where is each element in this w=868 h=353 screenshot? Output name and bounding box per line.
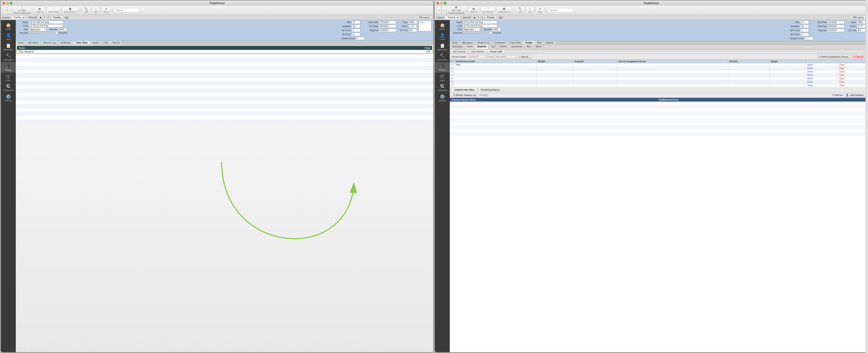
ag-select-4[interactable]: Select [806, 77, 838, 80]
ag-clear-0[interactable]: Clear [838, 63, 867, 67]
sidebar-item-settings[interactable]: ⚙️ Settings [1, 93, 16, 103]
right-sub-tab-cost[interactable]: Cost [489, 45, 498, 49]
right-sidebar-item-apprentices[interactable]: 🔨 Apprentices [435, 52, 450, 62]
sidebar-item-sales[interactable]: 🛒 Sales [1, 72, 16, 83]
sidebar-item-applications[interactable]: 📋 Applications [1, 42, 16, 52]
left-close-btn[interactable] [3, 2, 5, 4]
left-find-btn[interactable]: 🔍 Find [82, 7, 90, 14]
right-tab-class-tests[interactable]: Class Tests [508, 41, 523, 44]
right-edit-layout-btn[interactable]: Edit Layout [851, 16, 865, 19]
right-sub-tab-dates[interactable]: Dates [465, 45, 475, 49]
left-tab-absence-log[interactable]: Absence Log [41, 41, 58, 44]
ag-select-3[interactable]: Select [806, 73, 838, 77]
right-sub-tab-admin[interactable]: Admin [533, 45, 544, 49]
right-view-table-btn[interactable]: ⊞ [480, 16, 484, 19]
linked-to-class-tab[interactable]: Linked to this Class [452, 88, 477, 92]
right-back-btn[interactable]: ‹ [437, 7, 441, 14]
right-tab-absence-log[interactable]: Absence Log [475, 41, 492, 44]
left-tab-chat[interactable]: Chat [101, 41, 111, 44]
right-search-input[interactable] [548, 8, 574, 12]
right-sort-btn[interactable]: ↕ Sort [526, 7, 534, 14]
right-forward-btn[interactable]: › [442, 7, 446, 14]
left-view-list-btn[interactable]: ☰ [43, 16, 46, 19]
sidebar-item-apprentices[interactable]: 🔨 Apprentices [1, 52, 16, 62]
canvas-class-name-input[interactable] [486, 55, 516, 58]
right-tab-grades[interactable]: Grades [523, 41, 535, 44]
left-delete-record-btn[interactable]: 🗑 Delete Record [62, 7, 78, 14]
right-sidebar-item-contractors[interactable]: 🏗 Contractors [435, 83, 450, 93]
left-show-all-btn[interactable]: ⊞ Show All [34, 7, 45, 14]
left-tab-setup[interactable]: Setup [16, 41, 26, 44]
left-new-record-btn[interactable]: 📄 New Record [46, 7, 61, 14]
left-share-btn[interactable]: ↗ Share [101, 7, 111, 14]
right-view-list-btn[interactable]: ☰ [477, 16, 480, 19]
right-tab-certification[interactable]: Certification [492, 41, 508, 44]
right-view-form-btn[interactable]: ▣ [473, 16, 476, 19]
ag-select-1[interactable]: Select [806, 67, 838, 70]
ag-select-6[interactable]: Select [806, 84, 838, 87]
right-sub-tab-description[interactable]: Description [450, 45, 465, 49]
left-forward-btn[interactable]: › [8, 7, 12, 14]
right-delete-record-btn[interactable]: 🗑 Delete Record [496, 7, 512, 14]
left-preview-btn[interactable]: Preview [51, 16, 63, 19]
right-sub-tab-documents[interactable]: Documents [509, 45, 525, 49]
add-students-tab-btn[interactable]: Add Students [451, 50, 468, 54]
ag-select-5[interactable]: Select [806, 80, 838, 84]
right-new-record-btn[interactable]: 📄 New Record [480, 7, 495, 14]
right-sub-tab-web[interactable]: Web [525, 45, 533, 49]
right-layout-select[interactable]: Training [445, 15, 460, 20]
right-tab-setup[interactable]: Setup [450, 41, 460, 44]
left-max-btn[interactable] [10, 2, 12, 4]
canvas-lms-tab-btn[interactable]: Canvas LMS [487, 50, 504, 54]
right-sub-tab-students[interactable]: Students [475, 45, 489, 49]
left-tab-reports[interactable]: Reports [111, 41, 122, 44]
left-view-table-btn[interactable]: ⊞ [46, 16, 50, 19]
canvas-clear-btn[interactable]: ✕ Clear All [851, 55, 865, 59]
sidebar-item-users[interactable]: 👤 Users [1, 32, 16, 42]
left-edit-layout-btn[interactable]: Edit Layout [417, 16, 431, 19]
ag-clear-4[interactable]: Clear [838, 77, 867, 80]
left-search-input[interactable] [114, 8, 140, 12]
right-show-all-btn[interactable]: ⊞ Show All [468, 7, 479, 14]
refresh-students-btn[interactable]: ↻ Refresh Students List [452, 93, 478, 97]
right-sidebar-item-sales[interactable]: 🛒 Sales [435, 72, 450, 83]
ag-select-0[interactable]: Select [806, 63, 838, 67]
right-sidebar-item-applications[interactable]: 📋 Applications [435, 42, 450, 52]
right-archived-checkbox[interactable] [489, 32, 492, 34]
left-tab-attendance[interactable]: Attendance [26, 41, 41, 44]
right-sidebar-item-users[interactable]: 👤 Users [435, 32, 450, 42]
left-tab-grades[interactable]: Grades [90, 41, 101, 44]
ag-clear-1[interactable]: Clear [838, 67, 867, 70]
right-close-btn[interactable] [437, 2, 439, 4]
right-sidebar-item-settings[interactable]: ⚙️ Settings [435, 93, 450, 103]
right-tab-chat[interactable]: Chat [535, 41, 544, 44]
left-min-btn[interactable] [6, 2, 9, 4]
left-tab-class-tests[interactable]: Class Tests [74, 41, 90, 44]
left-sort-btn[interactable]: ↕ Sort [92, 7, 100, 14]
left-archived-checkbox[interactable] [55, 32, 58, 34]
right-min-btn[interactable] [440, 2, 443, 4]
sidebar-item-home[interactable]: 🏠 Home [1, 21, 16, 32]
right-share-btn[interactable]: ↗ Share [535, 7, 545, 14]
ag-clear-2[interactable]: Clear [838, 70, 867, 73]
sidebar-item-contractors[interactable]: 🏗 Contractors [1, 83, 16, 93]
ag-select-2[interactable]: Select [806, 70, 838, 73]
right-scrollbar[interactable] [865, 54, 867, 352]
ag-clear-5[interactable]: Clear [838, 80, 867, 84]
right-record-input[interactable] [452, 6, 460, 9]
right-sidebar-item-home[interactable]: 🏠 Home [435, 21, 450, 32]
edit-students-tab-btn[interactable]: Edit Students [469, 50, 486, 54]
left-record-input[interactable] [18, 6, 26, 9]
left-tab-certification[interactable]: Certification [58, 41, 74, 44]
right-preview-btn[interactable]: Preview [485, 16, 497, 19]
add-students-btn[interactable]: 👤 + Add Students [844, 93, 865, 97]
right-tab-reports[interactable]: Reports [544, 41, 556, 44]
canvas-id-input[interactable] [467, 55, 485, 58]
ag-clear-6[interactable]: Clear [838, 84, 867, 87]
right-sidebar-item-training[interactable]: 🎓 Training [435, 62, 450, 72]
right-max-btn[interactable] [444, 2, 446, 4]
left-back-btn[interactable]: ‹ [3, 7, 7, 14]
canvas-refresh-btn[interactable]: ↻ Refresh Assignment Groups [817, 55, 850, 59]
right-sub-tab-custom[interactable]: Custom [498, 45, 509, 49]
remaining-students-tab[interactable]: Remaining Students [478, 88, 503, 92]
